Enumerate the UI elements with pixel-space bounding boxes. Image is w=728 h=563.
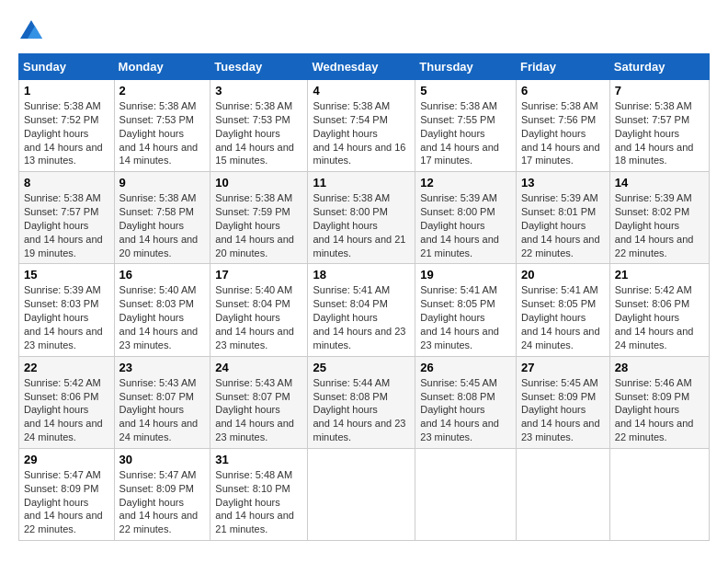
day-info: Sunrise: 5:40 AMSunset: 8:03 PMDaylight …: [119, 284, 199, 350]
day-info: Sunrise: 5:38 AMSunset: 7:53 PMDaylight …: [119, 100, 199, 166]
header: [18, 18, 710, 44]
week-row-2: 8 Sunrise: 5:38 AMSunset: 7:57 PMDayligh…: [19, 172, 710, 264]
day-info: Sunrise: 5:38 AMSunset: 7:52 PMDaylight …: [24, 100, 103, 166]
week-row-3: 15 Sunrise: 5:39 AMSunset: 8:03 PMDaylig…: [19, 264, 710, 356]
day-number: 8: [24, 176, 109, 190]
day-cell: [415, 448, 517, 540]
day-cell: 10 Sunrise: 5:38 AMSunset: 7:59 PMDaylig…: [210, 172, 308, 264]
day-cell: 15 Sunrise: 5:39 AMSunset: 8:03 PMDaylig…: [19, 264, 115, 356]
day-number: 28: [615, 361, 704, 374]
day-number: 26: [420, 361, 511, 374]
calendar-table: SundayMondayTuesdayWednesdayThursdayFrid…: [18, 53, 710, 541]
day-number: 29: [24, 453, 109, 466]
day-cell: 13 Sunrise: 5:39 AMSunset: 8:01 PMDaylig…: [516, 172, 609, 264]
day-cell: 6 Sunrise: 5:38 AMSunset: 7:56 PMDayligh…: [516, 80, 609, 172]
day-info: Sunrise: 5:38 AMSunset: 7:57 PMDaylight …: [24, 192, 103, 258]
day-number: 17: [215, 268, 302, 282]
day-cell: 27 Sunrise: 5:45 AMSunset: 8:09 PMDaylig…: [516, 356, 609, 448]
day-info: Sunrise: 5:41 AMSunset: 8:05 PMDaylight …: [521, 284, 600, 350]
day-cell: [609, 448, 709, 540]
header-cell-monday: Monday: [114, 54, 210, 80]
day-info: Sunrise: 5:47 AMSunset: 8:09 PMDaylight …: [24, 469, 103, 534]
day-cell: 7 Sunrise: 5:38 AMSunset: 7:57 PMDayligh…: [609, 80, 709, 172]
day-cell: 16 Sunrise: 5:40 AMSunset: 8:03 PMDaylig…: [114, 264, 210, 356]
day-number: 2: [119, 84, 206, 98]
day-info: Sunrise: 5:38 AMSunset: 8:00 PMDaylight …: [313, 192, 405, 258]
day-cell: 2 Sunrise: 5:38 AMSunset: 7:53 PMDayligh…: [114, 80, 210, 172]
day-info: Sunrise: 5:38 AMSunset: 7:54 PMDaylight …: [313, 100, 405, 166]
day-info: Sunrise: 5:38 AMSunset: 7:53 PMDaylight …: [215, 100, 294, 166]
day-number: 10: [215, 176, 302, 190]
day-cell: 19 Sunrise: 5:41 AMSunset: 8:05 PMDaylig…: [415, 264, 517, 356]
day-cell: 18 Sunrise: 5:41 AMSunset: 8:04 PMDaylig…: [308, 264, 415, 356]
day-number: 6: [521, 84, 605, 98]
header-cell-wednesday: Wednesday: [308, 54, 415, 80]
day-cell: 3 Sunrise: 5:38 AMSunset: 7:53 PMDayligh…: [210, 80, 308, 172]
calendar-header: SundayMondayTuesdayWednesdayThursdayFrid…: [19, 54, 710, 80]
day-info: Sunrise: 5:45 AMSunset: 8:08 PMDaylight …: [420, 377, 499, 442]
day-cell: 14 Sunrise: 5:39 AMSunset: 8:02 PMDaylig…: [609, 172, 709, 264]
day-cell: [516, 448, 609, 540]
day-info: Sunrise: 5:41 AMSunset: 8:04 PMDaylight …: [313, 284, 405, 350]
header-cell-thursday: Thursday: [415, 54, 517, 80]
day-cell: 4 Sunrise: 5:38 AMSunset: 7:54 PMDayligh…: [308, 80, 415, 172]
day-cell: 25 Sunrise: 5:44 AMSunset: 8:08 PMDaylig…: [308, 356, 415, 448]
day-cell: 22 Sunrise: 5:42 AMSunset: 8:06 PMDaylig…: [19, 356, 115, 448]
day-number: 23: [119, 361, 206, 374]
logo-icon: [18, 18, 44, 44]
day-info: Sunrise: 5:39 AMSunset: 8:03 PMDaylight …: [24, 284, 103, 350]
day-number: 19: [420, 268, 511, 282]
header-cell-sunday: Sunday: [19, 54, 115, 80]
day-number: 21: [615, 268, 704, 282]
day-info: Sunrise: 5:38 AMSunset: 7:59 PMDaylight …: [215, 192, 294, 258]
logo: [18, 18, 48, 44]
day-number: 24: [215, 361, 302, 374]
day-info: Sunrise: 5:38 AMSunset: 7:55 PMDaylight …: [420, 100, 499, 166]
day-number: 27: [521, 361, 605, 374]
day-cell: 9 Sunrise: 5:38 AMSunset: 7:58 PMDayligh…: [114, 172, 210, 264]
header-cell-saturday: Saturday: [609, 54, 709, 80]
week-row-1: 1 Sunrise: 5:38 AMSunset: 7:52 PMDayligh…: [19, 80, 710, 172]
day-cell: 20 Sunrise: 5:41 AMSunset: 8:05 PMDaylig…: [516, 264, 609, 356]
day-number: 25: [313, 361, 410, 374]
day-info: Sunrise: 5:43 AMSunset: 8:07 PMDaylight …: [215, 377, 294, 442]
day-cell: 24 Sunrise: 5:43 AMSunset: 8:07 PMDaylig…: [210, 356, 308, 448]
header-cell-tuesday: Tuesday: [210, 54, 308, 80]
day-cell: 26 Sunrise: 5:45 AMSunset: 8:08 PMDaylig…: [415, 356, 517, 448]
day-info: Sunrise: 5:45 AMSunset: 8:09 PMDaylight …: [521, 377, 600, 442]
day-cell: 5 Sunrise: 5:38 AMSunset: 7:55 PMDayligh…: [415, 80, 517, 172]
day-info: Sunrise: 5:39 AMSunset: 8:01 PMDaylight …: [521, 192, 600, 258]
day-cell: 12 Sunrise: 5:39 AMSunset: 8:00 PMDaylig…: [415, 172, 517, 264]
day-number: 13: [521, 176, 605, 190]
day-cell: 30 Sunrise: 5:47 AMSunset: 8:09 PMDaylig…: [114, 448, 210, 540]
day-info: Sunrise: 5:39 AMSunset: 8:00 PMDaylight …: [420, 192, 499, 258]
day-number: 22: [24, 361, 109, 374]
day-cell: 28 Sunrise: 5:46 AMSunset: 8:09 PMDaylig…: [609, 356, 709, 448]
day-cell: 8 Sunrise: 5:38 AMSunset: 7:57 PMDayligh…: [19, 172, 115, 264]
day-info: Sunrise: 5:42 AMSunset: 8:06 PMDaylight …: [615, 284, 694, 350]
day-cell: 1 Sunrise: 5:38 AMSunset: 7:52 PMDayligh…: [19, 80, 115, 172]
day-cell: 23 Sunrise: 5:43 AMSunset: 8:07 PMDaylig…: [114, 356, 210, 448]
day-info: Sunrise: 5:39 AMSunset: 8:02 PMDaylight …: [615, 192, 694, 258]
day-info: Sunrise: 5:47 AMSunset: 8:09 PMDaylight …: [119, 469, 199, 534]
header-cell-friday: Friday: [516, 54, 609, 80]
header-row: SundayMondayTuesdayWednesdayThursdayFrid…: [19, 54, 710, 80]
day-info: Sunrise: 5:38 AMSunset: 7:56 PMDaylight …: [521, 100, 600, 166]
day-info: Sunrise: 5:38 AMSunset: 7:58 PMDaylight …: [119, 192, 199, 258]
day-cell: 29 Sunrise: 5:47 AMSunset: 8:09 PMDaylig…: [19, 448, 115, 540]
day-info: Sunrise: 5:48 AMSunset: 8:10 PMDaylight …: [215, 469, 294, 534]
calendar-body: 1 Sunrise: 5:38 AMSunset: 7:52 PMDayligh…: [19, 80, 710, 541]
week-row-4: 22 Sunrise: 5:42 AMSunset: 8:06 PMDaylig…: [19, 356, 710, 448]
day-info: Sunrise: 5:41 AMSunset: 8:05 PMDaylight …: [420, 284, 499, 350]
day-cell: [308, 448, 415, 540]
day-number: 20: [521, 268, 605, 282]
day-number: 12: [420, 176, 511, 190]
day-number: 30: [119, 453, 206, 466]
day-cell: 31 Sunrise: 5:48 AMSunset: 8:10 PMDaylig…: [210, 448, 308, 540]
day-number: 5: [420, 84, 511, 98]
day-cell: 11 Sunrise: 5:38 AMSunset: 8:00 PMDaylig…: [308, 172, 415, 264]
day-number: 14: [615, 176, 704, 190]
day-number: 11: [313, 176, 410, 190]
day-number: 1: [24, 84, 109, 98]
day-number: 3: [215, 84, 302, 98]
